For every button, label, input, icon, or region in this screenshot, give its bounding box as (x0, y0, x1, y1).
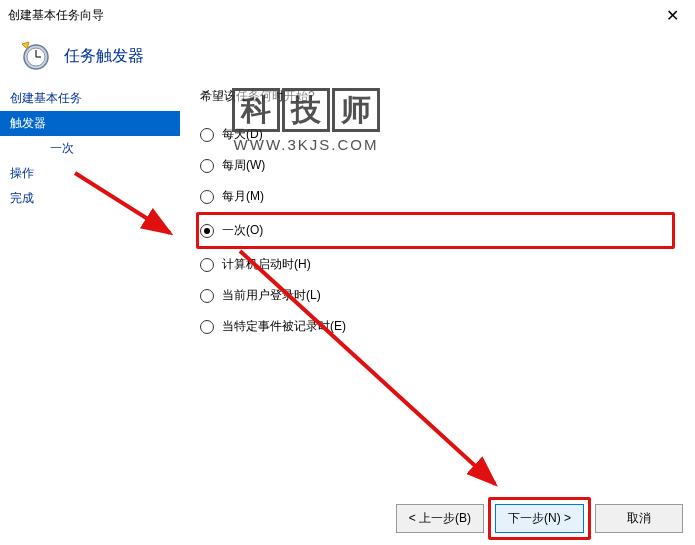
close-icon[interactable]: ✕ (658, 4, 687, 27)
option-daily[interactable]: 每天(D) (200, 119, 675, 150)
sidebar-item-finish[interactable]: 完成 (0, 186, 180, 211)
option-label: 每天(D) (222, 126, 263, 143)
radio-icon (200, 190, 214, 204)
option-on-event[interactable]: 当特定事件被记录时(E) (200, 311, 675, 342)
back-button[interactable]: < 上一步(B) (396, 504, 484, 533)
wizard-header: 任务触发器 (0, 30, 695, 86)
wizard-footer: < 上一步(B) 下一步(N) > 取消 (396, 504, 683, 533)
sidebar-item-action[interactable]: 操作 (0, 161, 180, 186)
prompt-text: 希望该任务何时开始? (200, 88, 675, 105)
option-label: 每周(W) (222, 157, 265, 174)
option-once[interactable]: 一次(O) (200, 220, 666, 241)
window-title: 创建基本任务向导 (8, 7, 104, 24)
page-title: 任务触发器 (64, 46, 144, 67)
highlight-box-next: 下一步(N) > (488, 497, 591, 540)
clock-icon (20, 40, 52, 72)
sidebar-subitem-once[interactable]: 一次 (0, 136, 180, 161)
option-label: 当前用户登录时(L) (222, 287, 321, 304)
next-button[interactable]: 下一步(N) > (495, 504, 584, 533)
radio-icon (200, 320, 214, 334)
sidebar-item-trigger[interactable]: 触发器 (0, 111, 180, 136)
option-label: 当特定事件被记录时(E) (222, 318, 346, 335)
option-monthly[interactable]: 每月(M) (200, 181, 675, 212)
option-label: 计算机启动时(H) (222, 256, 311, 273)
radio-icon (200, 159, 214, 173)
option-at-logon[interactable]: 当前用户登录时(L) (200, 280, 675, 311)
sidebar-item-create-task[interactable]: 创建基本任务 (0, 86, 180, 111)
wizard-steps-sidebar: 创建基本任务 触发器 一次 操作 完成 (0, 86, 180, 496)
radio-icon (200, 128, 214, 142)
main-panel: 希望该任务何时开始? 每天(D) 每周(W) 每月(M) 一次(O) (180, 86, 695, 496)
option-label: 每月(M) (222, 188, 264, 205)
content-area: 创建基本任务 触发器 一次 操作 完成 希望该任务何时开始? 每天(D) 每周(… (0, 86, 695, 496)
option-weekly[interactable]: 每周(W) (200, 150, 675, 181)
highlight-box-once: 一次(O) (196, 212, 675, 249)
cancel-button[interactable]: 取消 (595, 504, 683, 533)
option-label: 一次(O) (222, 222, 263, 239)
radio-icon (200, 289, 214, 303)
titlebar: 创建基本任务向导 ✕ (0, 0, 695, 30)
trigger-options: 每天(D) 每周(W) 每月(M) 一次(O) 计算机启动时(H) (200, 119, 675, 342)
radio-icon (200, 258, 214, 272)
radio-icon (200, 224, 214, 238)
option-at-startup[interactable]: 计算机启动时(H) (200, 249, 675, 280)
